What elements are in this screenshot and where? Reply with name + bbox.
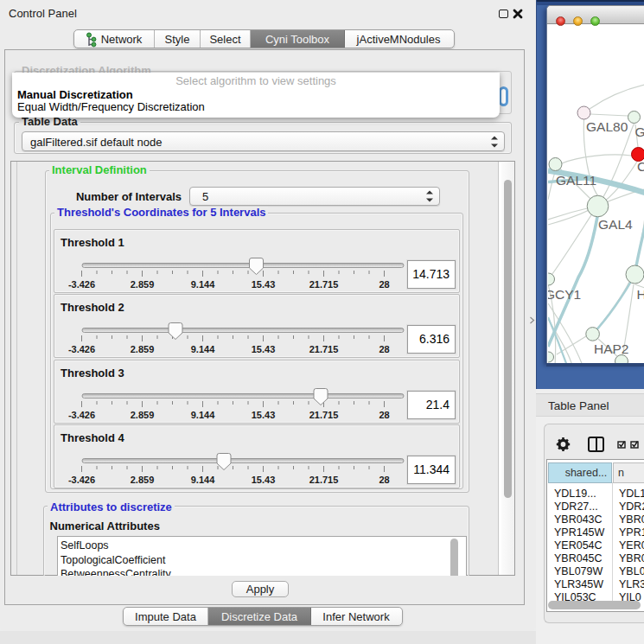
svg-text:GAL4: GAL4	[598, 217, 633, 232]
svg-text:GA: GA	[635, 124, 644, 139]
svg-text:GAL80: GAL80	[586, 119, 628, 134]
svg-text:CD: CD	[637, 159, 644, 174]
svg-text:HAP2: HAP2	[594, 341, 629, 356]
svg-text:GCY1: GCY1	[548, 287, 581, 302]
svg-text:HA: HA	[637, 287, 644, 302]
svg-text:GAL11: GAL11	[556, 173, 596, 188]
